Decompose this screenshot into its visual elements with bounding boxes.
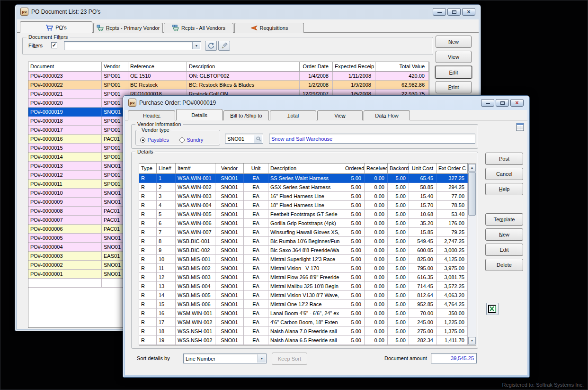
column-header-4[interactable]: Unit xyxy=(244,163,268,174)
cell: Gorilla Grip Footstraps (4pk) xyxy=(268,219,343,228)
tab-rcpts-primary-vendor[interactable]: R̲cpts - Primary Vendor xyxy=(93,23,163,33)
tab-header[interactable]: Header̲ xyxy=(128,110,175,120)
column-header-2[interactable]: Item# xyxy=(176,163,215,174)
filters-checkbox[interactable]: ✓ xyxy=(51,42,57,48)
column-header-5[interactable]: Description xyxy=(268,163,343,174)
tab-view[interactable]: View̲ xyxy=(317,110,363,120)
edit-filter-button[interactable] xyxy=(218,41,230,51)
column-header-6[interactable]: Total Value xyxy=(375,62,429,72)
detail-row[interactable]: R13WSB.MIS-004SNO01EAMistral Malibu 325 … xyxy=(139,282,476,291)
detail-row[interactable]: R15WSB.MIS-006SNO01EAMistral One 12'2 Ra… xyxy=(139,300,476,309)
cell: EA xyxy=(244,273,268,282)
detail-row[interactable]: R7WSA.WIN-007SNO01EAWinsurfing Hawaii Gl… xyxy=(139,228,476,237)
minimize-button[interactable] xyxy=(481,99,494,107)
cell: 5.00 xyxy=(343,219,365,228)
tab-bill-to-ship-to[interactable]: B̲ill to /Ship to xyxy=(223,110,269,120)
template-button[interactable]: Tem̲plate xyxy=(485,213,523,226)
new-detail-button[interactable]: N̲ew xyxy=(485,228,523,241)
column-header-10[interactable]: Ext Order C xyxy=(437,163,468,174)
column-header-1[interactable]: Line# xyxy=(157,163,176,174)
vendor-name-input[interactable]: Snow and Sail Warehouse xyxy=(269,134,475,144)
tab-requisitions[interactable]: Requ̲isitions xyxy=(234,23,304,33)
column-header-8[interactable]: Backorder xyxy=(388,163,409,174)
detail-row[interactable]: R14WSB.MIS-005SNO01EAMistral Vision V130… xyxy=(139,291,476,300)
vendor-search-button[interactable] xyxy=(254,135,262,143)
sort-dropdown-button[interactable]: ▼ xyxy=(258,354,266,363)
grid-options-button[interactable] xyxy=(516,122,524,134)
detail-row[interactable]: R8WSB.BIC-001SNO01EABic Rumba 10'6 Begin… xyxy=(139,237,476,246)
cell: PO#-0000008 xyxy=(28,207,102,216)
detail-row[interactable]: R16WSM.WIN-001SNO01EALanai Boom 4'6" - 6… xyxy=(139,309,476,318)
titlebar[interactable]: po Purchase Order: PO#0000019 × xyxy=(123,96,529,110)
cell: Lanai Boom 4'6" - 6'6", 24" ex xyxy=(268,309,343,318)
detail-row[interactable]: R12WSB.MIS-003SNO01EAMistral Flow 266 8'… xyxy=(139,273,476,282)
print-button[interactable]: P̲rint xyxy=(436,81,472,93)
titlebar[interactable]: po PO Document List: 23 PO's × xyxy=(15,5,481,19)
refresh-filter-button[interactable] xyxy=(205,41,217,51)
detail-row[interactable]: R11WSB.MIS-002SNO01EAMistral Vision V 17… xyxy=(139,264,476,273)
detail-row[interactable]: R18WSS.NSH-001SNO01EANaish Alana 7.0 Fre… xyxy=(139,327,476,336)
detail-row[interactable]: R17WSM.WIN-002SNO01EA4'6" Carbon Boom, 1… xyxy=(139,318,476,327)
keep-sort-button[interactable]: Keep Sort xyxy=(272,353,307,365)
column-header-0[interactable]: Type xyxy=(139,163,157,174)
tab-data-flow[interactable]: Data̲ Flow xyxy=(364,110,410,120)
edit-detail-button[interactable]: E̲dit xyxy=(485,244,523,256)
sundry-radio[interactable]: Sundry xyxy=(179,135,203,144)
column-header-7[interactable]: Received xyxy=(365,163,388,174)
vendor-info-group: Vendor information Vendor type Payables … xyxy=(131,124,478,149)
cell: 5.00 xyxy=(343,318,365,327)
maximize-button[interactable] xyxy=(447,8,461,16)
column-header-5[interactable]: Expected Receip xyxy=(333,62,375,72)
column-header-0[interactable]: Document xyxy=(28,62,102,72)
new-button[interactable]: N̲ew xyxy=(436,36,472,48)
column-header-9[interactable]: Unit Cost xyxy=(409,163,437,174)
column-header-3[interactable]: Description xyxy=(187,62,300,72)
receipts-all-icon xyxy=(172,25,179,31)
detail-row[interactable]: R1WSA.WIN-001SNO01EASS Series Waist Harn… xyxy=(139,174,476,183)
tab-total[interactable]: T̲otal xyxy=(270,110,316,120)
detail-row[interactable]: R4WSA.WIN-004SNO01EA18" Fixed Harness Li… xyxy=(139,201,476,210)
tab-rcpts-all-vendors[interactable]: Rcpts - All Vendors xyxy=(164,23,233,33)
sort-combobox[interactable]: Line Number ▼ xyxy=(183,354,267,363)
cell: 0.00 xyxy=(365,264,388,273)
cell: 616.35 xyxy=(409,273,437,282)
filters-combobox[interactable]: ▼ xyxy=(64,41,201,50)
scrollbar-down-button[interactable]: ▼ xyxy=(468,337,476,345)
scrollbar-thumb[interactable] xyxy=(468,172,476,216)
column-header-3[interactable]: Vendor xyxy=(215,163,244,174)
payables-radio[interactable]: Payables xyxy=(140,135,169,144)
detail-row[interactable]: R19WSS.NSH-002SNO01EANaish Alana 6.5 Fre… xyxy=(139,336,476,345)
cancel-button[interactable]: C̲ancel xyxy=(485,168,523,180)
close-button[interactable]: × xyxy=(462,8,475,16)
filters-dropdown-button[interactable]: ▼ xyxy=(192,42,200,49)
detail-row[interactable]: R5WSA.WIN-005SNO01EAFeetbelt Footstraps … xyxy=(139,210,476,219)
edit-button[interactable]: E̲dit xyxy=(435,66,472,79)
detail-row[interactable]: R9WSB.BIC-002SNO01EABic Saxo 364 8'8 Fre… xyxy=(139,246,476,255)
column-header-2[interactable]: Reference xyxy=(128,62,187,72)
details-scrollbar[interactable]: ▲ ▼ xyxy=(468,164,476,345)
detail-row[interactable]: R3WSA.WIN-003SNO01EA16" Fixed Harness Li… xyxy=(139,192,476,201)
view-button[interactable]: V̲iew xyxy=(436,51,472,63)
cell: 4,063.20 xyxy=(437,291,468,300)
cell: 327.25 xyxy=(437,174,468,183)
help-button[interactable]: H̲elp xyxy=(485,183,523,195)
detail-row[interactable]: R6WSA.WIN-006SNO01EAGorilla Grip Footstr… xyxy=(139,219,476,228)
delete-button[interactable]: Delete xyxy=(485,259,523,271)
po-row[interactable]: PO#-0000022SPO01BC RestockBC: Restock Bi… xyxy=(28,81,429,90)
po-row[interactable]: PO#-0000023SPO01OE 1510ON: GLBTOP0021/4/… xyxy=(28,72,429,81)
scrollbar-up-button[interactable]: ▲ xyxy=(468,164,476,172)
detail-row[interactable]: R10WSB.MIS-001SNO01EAMistral Superlight … xyxy=(139,255,476,264)
cell: SNO01 xyxy=(215,192,244,201)
restore-button[interactable] xyxy=(496,99,509,107)
column-header-6[interactable]: Ordered xyxy=(343,163,365,174)
vendor-code-input[interactable]: SNO01 xyxy=(225,134,263,144)
column-header-1[interactable]: Vendor xyxy=(102,62,128,72)
tab-pos[interactable]: PO̲'s xyxy=(20,21,92,33)
excel-export-button[interactable] xyxy=(486,303,499,315)
post-button[interactable]: P̲ost xyxy=(485,153,523,165)
close-button[interactable]: × xyxy=(510,99,524,107)
tab-details[interactable]: Details xyxy=(176,109,223,120)
detail-row[interactable]: R2WSA.WIN-002SNO01EAGSX Series Seat Harn… xyxy=(139,183,476,192)
column-header-4[interactable]: Order Date xyxy=(300,62,333,72)
minimize-button[interactable] xyxy=(433,8,446,16)
